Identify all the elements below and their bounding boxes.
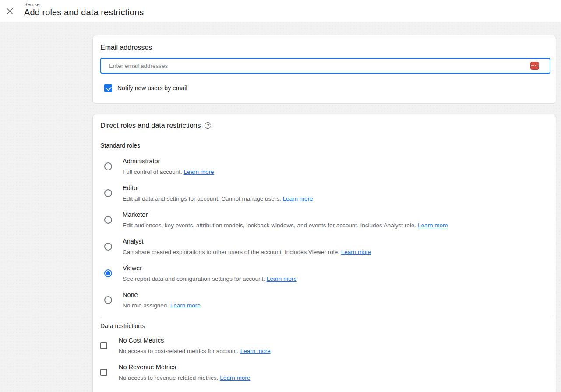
standard-roles-list: Administrator Full control of account. L… (100, 153, 550, 313)
checkbox-no-revenue-metrics[interactable] (100, 369, 107, 376)
data-restrictions-heading: Data restrictions (100, 322, 550, 329)
learn-more-link[interactable]: Learn more (341, 249, 371, 255)
role-row-administrator: Administrator Full control of account. L… (100, 153, 550, 180)
role-description: Edit all data and settings for account. … (123, 195, 313, 202)
learn-more-link[interactable]: Learn more (418, 222, 448, 229)
role-name: Viewer (123, 265, 297, 272)
role-row-none: None No role assigned. Learn more (100, 286, 550, 313)
role-description: See report data and configuration settin… (123, 275, 297, 282)
roles-card: Direct roles and data restrictions ? Sta… (92, 114, 556, 392)
restriction-row-no-cost-metrics: No Cost Metrics No access to cost-relate… (100, 332, 550, 359)
email-section-title: Email addresses (100, 44, 550, 52)
radio-viewer[interactable] (104, 269, 112, 277)
role-description: Can share created explorations to other … (123, 249, 371, 255)
data-restrictions-list: No Cost Metrics No access to cost-relate… (100, 332, 550, 385)
checkbox-no-cost-metrics[interactable] (100, 342, 107, 349)
roles-section-title: Direct roles and data restrictions (100, 122, 201, 130)
page-title: Add roles and data restrictions (24, 7, 144, 18)
role-row-editor: Editor Edit all data and settings for ac… (100, 180, 550, 206)
radio-editor[interactable] (104, 189, 112, 197)
role-name: Administrator (123, 158, 214, 165)
radio-administrator[interactable] (104, 162, 112, 170)
restriction-description: No access to cost-related metrics for ac… (119, 348, 271, 354)
restriction-name: No Revenue Metrics (119, 364, 250, 371)
restriction-description: No access to revenue-related metrics. Le… (119, 374, 250, 381)
standard-roles-heading: Standard roles (100, 142, 550, 149)
role-row-viewer: Viewer See report data and configuration… (100, 260, 550, 286)
role-row-analyst: Analyst Can share created explorations t… (100, 233, 550, 260)
role-description: Edit audiences, key events, attribution … (123, 222, 448, 229)
password-manager-icon[interactable] (530, 62, 539, 70)
learn-more-link[interactable]: Learn more (170, 302, 201, 309)
dialog-body: Email addresses Notify new users by emai… (0, 22, 561, 392)
dialog-header: Seo.se Add roles and data restrictions (0, 0, 561, 22)
role-name: None (123, 291, 201, 298)
restriction-name: No Cost Metrics (119, 337, 271, 344)
role-name: Marketer (123, 211, 448, 218)
learn-more-link[interactable]: Learn more (220, 374, 250, 381)
radio-none[interactable] (104, 296, 112, 304)
notify-users-checkbox[interactable] (104, 84, 112, 92)
restriction-row-no-revenue-metrics: No Revenue Metrics No access to revenue-… (100, 359, 550, 385)
role-description: No role assigned. Learn more (123, 302, 201, 309)
role-row-marketer: Marketer Edit audiences, key events, att… (100, 206, 550, 233)
learn-more-link[interactable]: Learn more (282, 195, 313, 202)
section-divider (100, 316, 550, 316)
role-name: Editor (123, 184, 313, 191)
learn-more-link[interactable]: Learn more (240, 348, 271, 354)
role-description: Full control of account. Learn more (123, 169, 214, 175)
radio-analyst[interactable] (104, 243, 112, 251)
email-addresses-input[interactable] (100, 58, 550, 74)
role-name: Analyst (123, 238, 371, 245)
email-addresses-card: Email addresses Notify new users by emai… (92, 35, 556, 104)
notify-users-label: Notify new users by email (117, 85, 187, 92)
account-name: Seo.se (24, 2, 144, 7)
learn-more-link[interactable]: Learn more (267, 275, 297, 282)
learn-more-link[interactable]: Learn more (184, 169, 214, 175)
help-icon[interactable]: ? (205, 122, 211, 129)
close-icon[interactable] (4, 6, 15, 16)
radio-marketer[interactable] (104, 216, 112, 224)
